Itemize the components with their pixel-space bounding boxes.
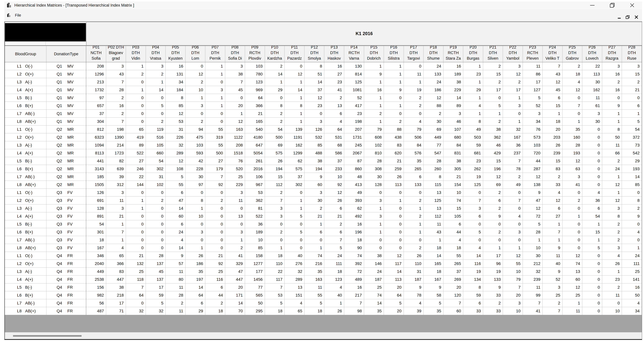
value-cell[interactable]: 13 [284,283,304,291]
value-cell[interactable]: 0 [384,212,404,220]
value-cell[interactable]: 2040 [86,260,106,268]
value-cell[interactable]: 13 [225,212,245,220]
value-cell[interactable]: 967 [245,181,265,189]
value-cell[interactable]: 139 [284,126,304,133]
value-cell[interactable]: 212 [523,260,543,268]
value-cell[interactable]: 134 [463,276,483,283]
value-cell[interactable]: 90 [344,244,364,252]
value-cell[interactable]: 113 [384,276,404,283]
value-cell[interactable]: 4180 [245,133,265,141]
value-cell[interactable]: 2 [324,220,344,228]
value-cell[interactable]: 2 [404,212,424,220]
value-cell[interactable]: 69 [483,181,503,189]
value-cell[interactable]: 7 [106,118,126,126]
value-cell[interactable]: 127 [523,86,543,94]
value-cell[interactable]: 9 [483,212,503,220]
blood-group-cell[interactable]: L7AB(-) [5,173,46,181]
value-cell[interactable]: 34 [622,307,642,315]
value-cell[interactable]: 37 [86,110,106,118]
value-cell[interactable]: 2 [146,70,166,78]
value-cell[interactable]: 0 [384,220,404,228]
value-cell[interactable]: 0 [582,268,602,276]
blood-group-cell[interactable]: L1O(-) [5,189,46,196]
value-cell[interactable]: 10 [186,86,206,94]
value-cell[interactable]: 3 [225,228,245,236]
value-cell[interactable]: 3 [523,110,543,118]
value-cell[interactable]: 2 [404,244,424,252]
value-cell[interactable]: 47 [166,196,186,204]
blood-group-cell[interactable]: L2O(+) [5,196,46,204]
value-cell[interactable]: 1731 [344,133,364,141]
donation-type-cell[interactable]: Q2MR [46,126,86,133]
value-cell[interactable]: 531 [324,133,344,141]
value-cell[interactable]: 1 [463,94,483,102]
value-cell[interactable]: 131 [166,70,186,78]
value-cell[interactable]: 82 [106,157,126,165]
value-cell[interactable]: 12 [503,70,523,78]
value-cell[interactable]: 22 [582,62,602,70]
value-cell[interactable]: 54 [622,126,642,133]
value-cell[interactable]: 12 [602,181,622,189]
value-cell[interactable]: 185 [86,173,106,181]
value-cell[interactable]: 6 [166,220,186,228]
value-cell[interactable]: 11 [582,94,602,102]
value-cell[interactable]: 76 [523,126,543,133]
value-cell[interactable]: 5 [265,299,285,307]
value-cell[interactable]: 59 [463,291,483,299]
value-cell[interactable]: 1 [225,236,245,244]
value-cell[interactable]: 0 [503,220,523,228]
value-cell[interactable]: 0 [582,291,602,299]
value-cell[interactable]: 162 [284,141,304,149]
value-cell[interactable]: 38 [444,157,463,165]
value-cell[interactable]: 85 [304,141,324,149]
value-cell[interactable]: 0 [622,94,642,102]
donation-type-cell[interactable]: Q4FR [46,252,86,260]
value-cell[interactable]: 43 [106,70,126,78]
value-cell[interactable]: 65 [106,252,126,260]
value-cell[interactable]: 198 [106,126,126,133]
value-cell[interactable]: 35 [304,268,324,276]
value-cell[interactable]: 239 [542,149,562,157]
value-cell[interactable]: 115 [424,181,444,189]
value-cell[interactable]: 60 [166,212,186,220]
value-cell[interactable]: 94 [186,126,206,133]
value-cell[interactable]: 2 [483,62,503,70]
value-cell[interactable]: 1 [622,244,642,252]
value-cell[interactable]: 0 [582,299,602,307]
value-cell[interactable]: 9 [523,189,543,196]
donation-type-cell[interactable]: Q3FV [46,236,86,244]
value-cell[interactable]: 812 [86,126,106,133]
value-cell[interactable]: 25 [225,173,245,181]
value-cell[interactable]: 1 [265,78,285,86]
value-cell[interactable]: 1 [384,102,404,110]
value-cell[interactable]: 0 [463,220,483,228]
value-cell[interactable]: 50 [602,133,622,141]
value-cell[interactable]: 0 [126,78,146,86]
value-cell[interactable]: 2 [483,118,503,126]
value-cell[interactable]: 83 [542,165,562,173]
value-cell[interactable]: 0 [562,244,582,252]
donation-type-cell[interactable]: Q3FV [46,220,86,228]
value-cell[interactable]: 36 [503,141,523,149]
value-cell[interactable]: 23 [344,110,364,118]
value-cell[interactable]: 8 [284,102,304,110]
value-cell[interactable]: 3 [106,189,126,196]
value-cell[interactable]: 302 [284,181,304,189]
value-cell[interactable]: 449 [86,268,106,276]
value-cell[interactable]: 0 [622,189,642,196]
value-cell[interactable]: 58 [424,291,444,299]
value-cell[interactable]: 3 [503,228,523,236]
value-cell[interactable]: 1 [562,299,582,307]
value-cell[interactable]: 265 [444,260,463,268]
blood-group-cell[interactable]: L2O(+) [5,70,46,78]
value-cell[interactable]: 1732 [86,86,106,94]
value-cell[interactable]: 15 [444,204,463,212]
value-cell[interactable]: 77 [424,141,444,149]
value-cell[interactable]: 6 [205,283,225,291]
value-cell[interactable]: 27 [126,157,146,165]
value-cell[interactable]: 92 [205,260,225,268]
value-cell[interactable]: 89 [126,141,146,149]
value-cell[interactable]: 429 [483,149,503,157]
value-cell[interactable]: 7 [503,157,523,165]
value-cell[interactable]: 11 [542,252,562,260]
